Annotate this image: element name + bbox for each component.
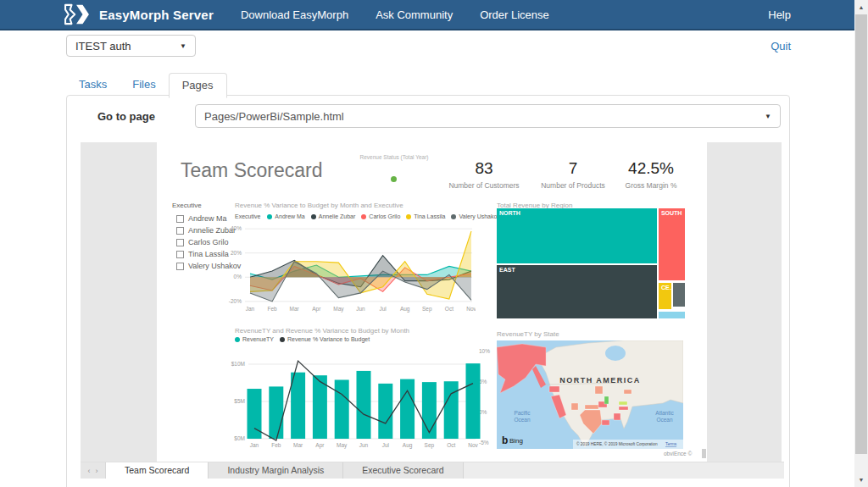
area-chart-legend: Executive Andrew MaAnnelie ZubarCarlos G…: [235, 213, 506, 219]
svg-text:Oct: Oct: [445, 306, 453, 312]
svg-text:Oct: Oct: [447, 442, 455, 448]
easymorph-logo-icon: [64, 3, 91, 25]
legend-entry-carlos-grilo[interactable]: Carlos Grilo: [361, 213, 400, 219]
checkbox-icon[interactable]: [176, 239, 184, 246]
help-link[interactable]: Help: [768, 8, 791, 21]
map-state: [619, 407, 628, 410]
sheet-nav-arrows: ‹ ›: [81, 462, 106, 479]
legend-entry-revenue-variance-to-budget[interactable]: Revenue % Variance to Budget: [280, 336, 370, 342]
goto-page-label: Go to page: [97, 110, 155, 123]
checkbox-icon[interactable]: [176, 227, 184, 235]
report-letterbox-right: [707, 142, 782, 462]
tab-pages[interactable]: Pages: [169, 73, 227, 98]
legend-entry-label: Carlos Grilo: [369, 213, 400, 219]
map-state: [614, 413, 620, 420]
obvience-watermark: obviEnce ©: [664, 451, 692, 457]
report-letterbox-left: [81, 142, 157, 462]
goto-page-value: Pages/PowerBi/Sample.html: [204, 110, 344, 123]
svg-text:May: May: [337, 442, 348, 449]
report-scroll-corner[interactable]: [702, 449, 706, 458]
kpi-gross-margin-value: 42.5%: [609, 159, 693, 178]
map-state: [549, 386, 559, 392]
treemap-block-label: NORTH: [499, 210, 520, 216]
scroll-down-icon[interactable]: ▼: [854, 473, 868, 487]
svg-text:$10M: $10M: [231, 361, 245, 367]
app-title: EasyMorph Server: [99, 8, 214, 22]
tab-files[interactable]: Files: [120, 73, 168, 97]
legend-entry-label: Tina Lassila: [414, 213, 445, 219]
map-atlantic-label: AtlanticOcean: [655, 410, 674, 423]
legend-title: Executive: [235, 213, 260, 219]
svg-text:Jun: Jun: [359, 442, 369, 448]
scroll-up-icon[interactable]: ▲: [854, 0, 868, 14]
legend-entry-label: Valery Ushakov: [459, 213, 500, 219]
sheet-prev-icon[interactable]: ‹: [88, 467, 91, 475]
tab-tasks[interactable]: Tasks: [66, 73, 120, 97]
svg-text:Apr: Apr: [315, 442, 325, 449]
legend-entry-andrew-ma[interactable]: Andrew Ma: [267, 213, 304, 219]
bing-logo-text[interactable]: Bing: [509, 437, 523, 445]
caret-down-icon: ▼: [180, 42, 186, 50]
sheet-tab-executive-scorecard[interactable]: Executive Scorecard: [343, 462, 463, 479]
page-scrollbar[interactable]: ▲ ▼: [854, 0, 868, 487]
treemap-block-east[interactable]: EAST: [497, 265, 657, 318]
report-title: Team Scorecard: [181, 159, 322, 182]
legend-entry-revenuety[interactable]: RevenueTY: [235, 336, 274, 342]
legend-entry-tina-lassila[interactable]: Tina Lassila: [406, 213, 445, 219]
map-state: [595, 386, 603, 394]
area-chart[interactable]: 40%20%0%-20%JanFebMarAprMayJunJulAugSepO…: [211, 221, 476, 314]
legend-entry-label: RevenueTY: [242, 336, 274, 342]
treemap-chart[interactable]: NORTHEASTSOUTHCE…: [497, 208, 685, 318]
treemap-block-north[interactable]: NORTH: [497, 208, 657, 263]
auth-selector-value: ITEST auth: [75, 40, 131, 53]
kpi-customers[interactable]: 83 Number of Customers: [433, 159, 535, 190]
map-state: [585, 405, 598, 409]
revenue-status-indicator[interactable]: [391, 176, 397, 182]
kpi-gross-margin[interactable]: 42.5% Gross Margin %: [609, 159, 693, 190]
nav-link-download-easymorph[interactable]: Download EasyMorph: [241, 8, 348, 21]
treemap-block-small[interactable]: [673, 283, 685, 307]
kpi-products[interactable]: 7 Number of Products: [526, 159, 620, 190]
svg-text:Apr: Apr: [312, 306, 321, 313]
svg-text:-20%: -20%: [229, 298, 242, 304]
map-hudson-bay: [605, 346, 626, 361]
map-region-label: NORTH AMERICA: [559, 376, 641, 385]
treemap-block-south[interactable]: SOUTH: [659, 208, 685, 280]
sheet-tab-industry-margin-analysis[interactable]: Industry Margin Analysis: [209, 462, 343, 479]
quit-link[interactable]: Quit: [771, 40, 791, 53]
treemap-block-small[interactable]: [659, 312, 685, 318]
auth-selector[interactable]: ITEST auth ▼: [66, 35, 196, 57]
svg-text:Sep: Sep: [425, 442, 435, 449]
legend-entry-label: Revenue % Variance to Budget: [287, 336, 370, 342]
checkbox-icon[interactable]: [176, 263, 184, 270]
svg-text:Feb: Feb: [267, 306, 277, 312]
svg-text:May: May: [333, 306, 344, 313]
combo-chart[interactable]: $10M$5M$0M10%5%0%-5%JanFebMarAprMayJunJu…: [211, 342, 504, 452]
map-copyright: © 2019 HERE, © 2019 Microsoft Corporatio…: [576, 441, 658, 446]
goto-page-selector[interactable]: Pages/PowerBi/Sample.html ▼: [195, 104, 781, 128]
legend-dot-icon: [361, 214, 366, 219]
sheet-tab-team-scorecard[interactable]: Team Scorecard: [106, 462, 209, 479]
nav-link-ask-community[interactable]: Ask Community: [376, 8, 453, 21]
nav-link-order-license[interactable]: Order License: [480, 8, 549, 21]
combo-chart-title: RevenueTY and Revenue % Variance to Budg…: [235, 327, 409, 335]
bing-map[interactable]: NORTH AMERICA PacificOcean AtlanticOcean…: [497, 340, 683, 449]
svg-text:Nov: Nov: [466, 306, 476, 312]
treemap-block-label: EAST: [499, 267, 515, 273]
treemap-block-ce[interactable]: CE…: [659, 283, 672, 309]
sheet-next-icon[interactable]: ›: [96, 467, 98, 475]
map-terms-link[interactable]: Terms: [665, 442, 677, 446]
checkbox-icon[interactable]: [176, 251, 184, 258]
checkbox-icon[interactable]: [176, 215, 184, 223]
svg-text:Jul: Jul: [382, 442, 390, 448]
report-sheet-tabbar: ‹ › Team ScorecardIndustry Margin Analys…: [81, 462, 784, 479]
legend-entry-annelie-zubar[interactable]: Annelie Zubar: [311, 213, 356, 219]
main-tabs: TasksFilesPages: [66, 73, 227, 97]
svg-text:Jul: Jul: [379, 306, 387, 312]
caret-down-icon: ▼: [765, 113, 771, 120]
legend-entry-valery-ushakov[interactable]: Valery Ushakov: [451, 213, 500, 219]
legend-dot-icon: [267, 214, 272, 219]
svg-text:Feb: Feb: [271, 442, 281, 448]
scrollbar-thumb[interactable]: [855, 14, 867, 454]
bing-logo-icon[interactable]: b: [502, 434, 508, 446]
